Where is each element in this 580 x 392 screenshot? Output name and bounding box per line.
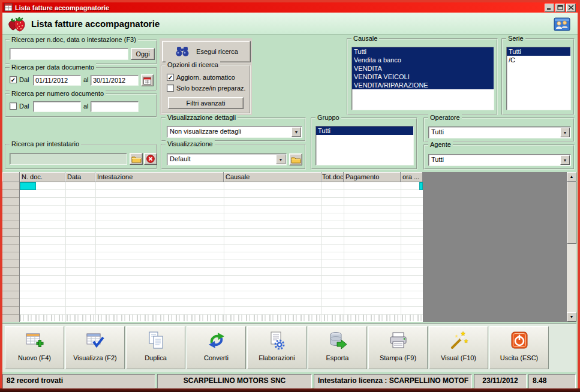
agente-dropdown[interactable]: Tutti ▼ [428, 154, 571, 166]
calendar-button[interactable] [141, 74, 154, 86]
detail-view-label: Visualizzazione dettagli [166, 114, 238, 122]
column-header[interactable]: Intestazione [95, 172, 224, 182]
agente-group: Agente Tutti ▼ [423, 144, 575, 170]
gruppo-listbox[interactable]: Tutti [315, 126, 414, 165]
list-item[interactable]: /C [507, 56, 570, 64]
selected-cell-end[interactable] [419, 182, 423, 190]
stampa-button[interactable]: Stampa (F9) [368, 326, 428, 369]
causale-listbox[interactable]: Tutti Vendita a banco VENDITA VENDITA VE… [351, 47, 494, 110]
view-table-icon [66, 327, 124, 354]
nuovo-button[interactable]: Nuovo (F4) [5, 326, 64, 369]
column-header[interactable]: N. doc. [20, 172, 65, 182]
chevron-down-icon[interactable]: ▼ [560, 155, 570, 165]
page-title: Lista fatture accompagnatorie [31, 19, 160, 29]
search-number-group: Ricerca per numero documento Dal al [5, 94, 157, 117]
power-icon [490, 327, 548, 354]
list-item[interactable]: Tutti [316, 126, 413, 135]
column-header[interactable]: Pagamento [344, 172, 401, 182]
close-button[interactable] [566, 4, 576, 12]
column-header[interactable]: Causale [224, 172, 321, 182]
minimize-button[interactable] [545, 4, 554, 12]
scroll-down-icon[interactable]: ▼ [567, 312, 576, 322]
grid-gutter-header [2, 172, 20, 182]
chevron-down-icon[interactable]: ▼ [276, 155, 286, 164]
operatore-dropdown[interactable]: Tutti ▼ [428, 126, 571, 138]
today-button[interactable]: Oggi [131, 48, 155, 60]
search-ndoc-input[interactable] [10, 48, 128, 60]
search-date-group: Ricerca per data documento ✓ Dal al [5, 67, 157, 91]
date-dal-checkbox[interactable]: ✓ [10, 76, 17, 83]
serie-listbox[interactable]: Tutti /C [506, 47, 571, 110]
holder-browse-button[interactable] [130, 153, 143, 165]
drafts-only-checkbox[interactable] [167, 85, 174, 92]
printer-icon [369, 327, 427, 354]
list-item[interactable]: VENDITA/RIPARAZIONE [352, 81, 494, 89]
view-browse-button[interactable] [289, 153, 302, 165]
grid-body[interactable] [20, 182, 423, 322]
titlebar[interactable]: Lista fatture accompagnatorie [2, 2, 578, 13]
elaborazioni-button[interactable]: Elaborazioni [247, 326, 306, 369]
search-date-label: Ricerca per data documento [10, 64, 96, 71]
grid-row-selector-column[interactable] [2, 182, 20, 322]
list-item[interactable]: Tutti [352, 47, 494, 56]
grid-empty-area [423, 172, 567, 322]
search-options-group: Opzioni di ricerca ✓ Aggiorn. automatico… [161, 65, 251, 114]
column-header[interactable]: Tot.doc. [321, 172, 344, 182]
list-item[interactable]: Vendita a banco [352, 56, 494, 64]
advanced-filters-button[interactable]: Filtri avanzati [168, 97, 244, 109]
esporta-button[interactable]: Esporta [308, 326, 367, 369]
column-header[interactable]: Data [65, 172, 95, 182]
chevron-down-icon[interactable]: ▼ [291, 127, 301, 137]
toolbar-button-label: Elaborazioni [248, 354, 306, 362]
contacts-icon[interactable] [554, 16, 570, 32]
calendar-icon [143, 77, 151, 85]
search-number-label: Ricerca per numero documento [10, 90, 106, 98]
results-grid: N. doc. Data Intestazione Causale Tot.do… [2, 172, 567, 322]
export-database-icon [308, 327, 366, 354]
list-item[interactable]: VENDITA VEICOLI [352, 73, 494, 81]
license-holder: Intestatario licenza : SCARPELLINO MOTOF [314, 374, 472, 388]
converti-button[interactable]: Converti [187, 326, 246, 369]
list-item[interactable]: VENDITA [352, 64, 494, 73]
scrollbar-thumb[interactable] [567, 182, 576, 244]
list-item[interactable]: Tutti [507, 47, 570, 56]
uscita-button[interactable]: Uscita (ESC) [489, 326, 549, 369]
number-to-input[interactable] [91, 101, 139, 112]
selected-cell[interactable] [20, 182, 36, 190]
process-gear-icon [248, 327, 306, 354]
execute-search-label: Esegui ricerca [196, 48, 238, 55]
detail-view-group: Visualizzazione dettagli Non visualizzar… [161, 117, 306, 141]
maximize-button[interactable] [555, 4, 565, 12]
search-holder-group: Ricerca per intestatario [5, 144, 157, 170]
serie-label: Serie [506, 35, 525, 43]
chevron-down-icon[interactable]: ▼ [560, 128, 570, 137]
convert-arrows-icon [187, 327, 245, 354]
toolbar-button-label: Esporta [308, 354, 366, 362]
vertical-scrollbar[interactable]: ▲ ▼ [567, 172, 576, 322]
view-dropdown[interactable]: Default ▼ [167, 153, 287, 165]
holder-clear-button[interactable] [144, 153, 157, 165]
date-to-input[interactable] [91, 75, 139, 86]
toolbar-button-label: Uscita (ESC) [490, 354, 548, 362]
visual-button[interactable]: Visual (F10) [429, 326, 488, 369]
date-from-input[interactable] [33, 75, 81, 86]
detail-view-dropdown[interactable]: Non visualizzare dettagli ▼ [167, 126, 302, 138]
scroll-up-icon[interactable]: ▲ [567, 172, 576, 182]
agente-value: Tutti [431, 156, 444, 163]
execute-search-button[interactable]: Esegui ricerca [162, 41, 251, 62]
records-count: 82 record trovati [2, 374, 155, 388]
search-ndoc-group: Ricerca per n.doc, data o intestazione (… [5, 40, 157, 65]
search-ndoc-label: Ricerca per n.doc, data o intestazione (… [10, 36, 138, 44]
toolbar-button-label: Nuovo (F4) [5, 354, 64, 362]
duplica-button[interactable]: Duplica [126, 326, 185, 369]
delete-circle-icon [146, 155, 155, 163]
holder-input[interactable] [10, 153, 127, 165]
visualizza-button[interactable]: Visualizza (F2) [65, 326, 125, 369]
column-header[interactable]: ora ... [401, 172, 423, 182]
toolbar-button-label: Converti [187, 354, 245, 362]
causale-group: Causale Tutti Vendita a banco VENDITA VE… [347, 38, 498, 115]
number-dal-checkbox[interactable] [10, 102, 17, 110]
gruppo-label: Gruppo [315, 114, 341, 122]
number-from-input[interactable] [33, 101, 81, 112]
auto-update-checkbox[interactable]: ✓ [167, 74, 174, 81]
